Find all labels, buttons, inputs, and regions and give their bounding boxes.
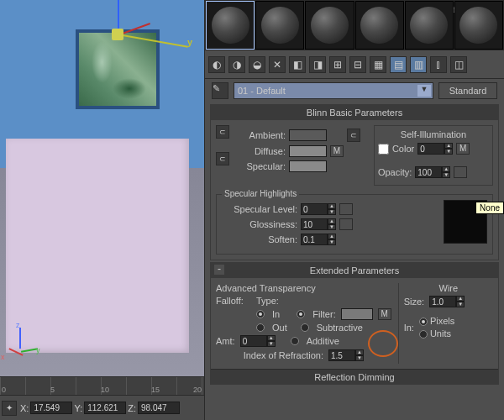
tool-icon[interactable]: ▦ [370, 56, 386, 73]
filter-color-swatch[interactable] [341, 308, 373, 320]
tool-icon[interactable]: ◒ [249, 56, 265, 73]
soften-spinner[interactable]: ▲▼ [301, 234, 336, 245]
stained-glass-texture [79, 33, 156, 106]
gloss-map-button[interactable] [339, 218, 353, 230]
wall-right [6, 139, 189, 353]
ambient-label: Ambient: [239, 130, 286, 140]
in-unit-label: In: [404, 323, 414, 333]
pixels-radio[interactable] [419, 318, 428, 326]
viewport-3d[interactable]: z y z x y 0 5 10 15 20 ✦ X: 17.549 Y: 11… [0, 0, 204, 420]
tool-icon[interactable]: ◨ [309, 56, 326, 73]
amt-spinner[interactable]: ▲▼ [240, 335, 276, 347]
opacity-map-button[interactable] [454, 166, 467, 178]
material-toolbar: ◐ ◑ ◒ ✕ ◧ ◨ ⊞ ⊟ ▦ ▤ ▥ ⫿ ◫ [205, 50, 504, 79]
diffuse-swatch[interactable] [289, 145, 327, 157]
sphere-icon [311, 7, 349, 45]
material-slot-6[interactable] [454, 1, 503, 50]
gloss-spinner[interactable]: ▲▼ [301, 218, 336, 230]
lock-ambient-diffuse-button[interactable]: ⊂ [216, 125, 229, 139]
specular-highlights-group: Specular Highlights Specular Level: ▲▼ G… [216, 194, 493, 255]
status-bar: ✦ X: 17.549 Y: 112.621 Z: 98.047 [0, 395, 204, 420]
falloff-out-radio[interactable] [256, 323, 265, 332]
opacity-spinner[interactable]: ▲▼ [415, 166, 450, 178]
material-slot-4[interactable] [355, 1, 404, 50]
axis-y-label: y [187, 37, 192, 47]
wire-size-spinner[interactable]: ▲▼ [429, 296, 465, 307]
window-object[interactable] [76, 29, 160, 109]
tool-icon[interactable]: ⊞ [329, 56, 346, 73]
amt-label: Amt: [216, 336, 235, 346]
tool-icon[interactable]: ◫ [450, 56, 467, 73]
eyedropper-icon[interactable]: ✎ [212, 82, 228, 99]
x-label: X: [20, 403, 29, 413]
material-slot-5[interactable] [405, 1, 454, 50]
type-subtractive-radio[interactable] [301, 323, 309, 332]
adv-transparency-title: Advanced Transparency [216, 283, 391, 293]
type-label: Type: [256, 296, 290, 306]
opacity-label: Opacity: [378, 167, 412, 177]
material-name-row: ✎ 01 - Default Standard [205, 79, 504, 102]
tool-icon[interactable]: ◧ [289, 56, 306, 73]
falloff-in-radio[interactable] [256, 310, 265, 318]
material-editor-panel: 思缘设计论坛 hxsd.com ◐ ◑ ◒ ✕ ◧ ◨ ⊞ ⊟ ▦ ▤ ▥ ⫿ … [204, 0, 504, 420]
material-type-button[interactable]: Standard [438, 82, 497, 99]
material-slot-2[interactable] [255, 1, 304, 50]
transform-type-button[interactable]: ✦ [2, 401, 17, 416]
sphere-icon [459, 7, 497, 45]
reflection-dimming-header[interactable]: Reflection Dimming [211, 369, 498, 384]
falloff-label: Falloff: [216, 296, 251, 306]
rollout-header[interactable]: - Extended Parameters [211, 263, 498, 278]
x-coord-input[interactable]: 17.549 [30, 402, 72, 414]
lock-diffuse-specular-button[interactable]: ⊂ [216, 152, 229, 165]
rollout-header[interactable]: Blinn Basic Parameters [211, 105, 498, 120]
diffuse-map-button[interactable]: M [330, 145, 344, 157]
collapse-icon[interactable]: - [214, 265, 224, 275]
specular-label: Specular: [239, 161, 286, 171]
gizmo-origin[interactable] [112, 29, 123, 40]
tooltip: None [475, 202, 504, 214]
color-checkbox[interactable] [378, 144, 389, 155]
ambient-swatch[interactable] [289, 129, 327, 141]
tool-icon[interactable]: ▥ [410, 56, 427, 73]
tool-icon[interactable]: ⫿ [430, 56, 447, 73]
spec-level-map-button[interactable] [339, 203, 353, 215]
self-illum-title: Self-Illumination [378, 129, 489, 139]
type-additive-radio[interactable] [291, 337, 299, 345]
type-filter-radio[interactable] [297, 310, 305, 318]
tool-icon[interactable]: ⊟ [349, 56, 366, 73]
soften-label: Soften: [222, 234, 297, 244]
tool-icon[interactable]: ◐ [208, 56, 225, 73]
tool-icon[interactable]: ✕ [269, 56, 286, 73]
material-name-dropdown[interactable]: 01 - Default [234, 82, 433, 99]
sphere-icon [212, 7, 249, 45]
sphere-icon [261, 7, 299, 45]
ior-spinner[interactable]: ▲▼ [328, 349, 364, 361]
diffuse-label: Diffuse: [239, 146, 286, 156]
units-radio[interactable] [419, 330, 428, 339]
material-slots [205, 0, 504, 50]
spec-level-spinner[interactable]: ▲▼ [301, 203, 336, 215]
self-illum-map-button[interactable]: M [456, 143, 470, 155]
material-slot-1[interactable] [206, 1, 255, 50]
axis-tripod: z x y [4, 328, 46, 370]
color-label: Color [392, 144, 414, 154]
wire-title: Wire [404, 283, 493, 293]
material-slot-3[interactable] [305, 1, 354, 50]
z-label: Z: [128, 403, 136, 413]
scene-geometry: z y [0, 0, 204, 378]
gloss-label: Glossiness: [222, 219, 297, 229]
color-spinner[interactable]: ▲▼ [417, 143, 453, 155]
lock-button[interactable]: ⊂ [347, 129, 360, 142]
tool-icon[interactable]: ▤ [390, 56, 407, 73]
blinn-rollout: Blinn Basic Parameters ⊂ ⊂ Ambient: M ⊂ … [210, 104, 499, 260]
spec-level-label: Specular Level: [222, 204, 297, 214]
specular-swatch[interactable] [289, 160, 327, 172]
extended-rollout: - Extended Parameters Advanced Transpare… [210, 262, 499, 385]
timeline[interactable]: 0 5 10 15 20 [0, 376, 204, 395]
tool-icon[interactable]: ◑ [228, 56, 245, 73]
y-coord-input[interactable]: 112.621 [84, 402, 126, 414]
filter-map-button[interactable]: M [378, 308, 391, 320]
ior-label: Index of Refraction: [244, 350, 323, 360]
z-coord-input[interactable]: 98.047 [138, 402, 180, 414]
size-label: Size: [404, 297, 424, 307]
